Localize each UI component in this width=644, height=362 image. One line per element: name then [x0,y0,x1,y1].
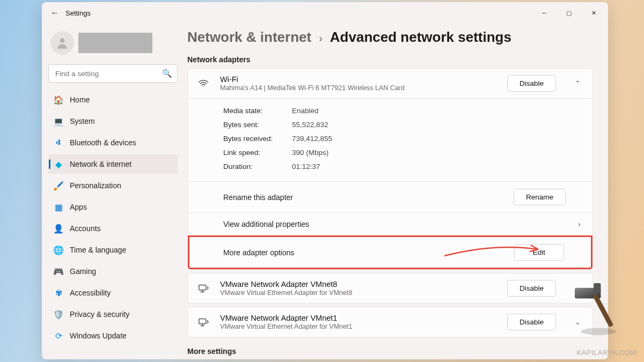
adapter-subtitle: VMware Virtual Ethernet Adapter for VMne… [220,323,497,330]
search-icon: 🔍 [162,69,172,78]
adapter-title: Wi-Fi [220,75,497,84]
adapter-title: VMware Network Adapter VMnet8 [220,280,497,289]
sidebar-item-home[interactable]: 🏠Home [48,90,178,109]
rename-button[interactable]: Rename [514,189,566,205]
adapter-subtitle: Mahima's A14 | MediaTek Wi-Fi 6 MT7921 W… [220,84,497,92]
detail-value: Enabled [292,104,319,118]
detail-value: 390 (Mbps) [292,146,328,160]
apps-icon: ▦ [54,202,63,212]
rename-adapter-row: Rename this adapter Rename [188,181,592,212]
ethernet-icon [196,283,210,294]
chevron-up-icon[interactable]: ⌃ [571,79,584,87]
sidebar: 🔍 🏠Home 💻System Bluetooth & devices ◆Net… [42,24,184,359]
adapter-vmnet8-header[interactable]: VMware Network Adapter VMnet8 VMware Vir… [188,274,592,303]
wifi-icon [196,78,210,90]
shield-icon: 🛡️ [54,309,63,319]
detail-key: Duration: [223,160,292,174]
adapter-vmnet1-header[interactable]: VMware Network Adapter VMnet1 VMware Vir… [188,307,592,337]
close-button[interactable]: ✕ [581,2,606,24]
adapter-wifi-header[interactable]: Wi-Fi Mahima's A14 | MediaTek Wi-Fi 6 MT… [188,69,592,98]
section-network-adapters: Network adapters [184,55,593,64]
sidebar-item-label: Bluetooth & devices [70,138,136,147]
network-icon: ◆ [54,159,63,169]
breadcrumb: Network & internet › Advanced network se… [184,29,593,46]
titlebar: ← Settings ─ ▢ ✕ [42,2,608,24]
sidebar-item-personalization[interactable]: 🖌️Personalization [48,176,178,195]
home-icon: 🏠 [54,95,63,105]
accounts-icon: 👤 [54,224,63,233]
svg-point-0 [60,38,65,43]
back-button[interactable]: ← [44,2,65,24]
watermark: KAPILARYA.COM [577,349,637,357]
sidebar-item-label: Home [70,95,90,104]
maximize-button[interactable]: ▢ [557,2,581,24]
sidebar-item-accounts[interactable]: 👤Accounts [48,219,178,238]
minimize-button[interactable]: ─ [532,2,557,24]
section-more-settings: More settings [184,347,593,356]
breadcrumb-parent[interactable]: Network & internet [187,29,311,46]
system-icon: 💻 [54,116,63,126]
view-properties-label: View additional properties [223,220,578,228]
chevron-right-icon: › [578,220,581,228]
sidebar-item-label: Windows Update [70,331,127,340]
more-adapter-options-row: More adapter options Edit [188,235,592,269]
sidebar-item-label: Personalization [70,181,121,190]
settings-window: ← Settings ─ ▢ ✕ 🔍 🏠Home 💻System Bluetoo… [42,2,608,359]
sidebar-item-gaming[interactable]: 🎮Gaming [48,262,178,281]
sidebar-item-time-language[interactable]: 🌐Time & language [48,240,178,260]
adapter-wifi-card: Wi-Fi Mahima's A14 | MediaTek Wi-Fi 6 MT… [187,68,593,270]
brush-icon: 🖌️ [54,181,63,190]
detail-key: Bytes received: [223,132,292,146]
sidebar-item-accessibility[interactable]: ✾Accessibility [48,283,178,302]
sidebar-item-label: System [70,117,95,125]
detail-key: Media state: [223,104,292,118]
more-options-label: More adapter options [223,248,514,257]
detail-value: 55,522,832 [292,118,328,132]
chevron-down-icon[interactable]: ⌄ [571,284,584,292]
edit-button[interactable]: Edit [514,244,564,261]
app-title: Settings [65,9,91,17]
chevron-right-icon: › [319,32,323,45]
search-input[interactable] [48,64,178,83]
sidebar-item-bluetooth[interactable]: Bluetooth & devices [48,133,178,152]
adapter-subtitle: VMware Virtual Ethernet Adapter for VMne… [220,289,497,297]
view-properties-row[interactable]: View additional properties › [188,212,592,235]
disable-vmnet1-button[interactable]: Disable [507,314,556,330]
sidebar-item-label: Accounts [70,224,101,233]
sidebar-item-label: Privacy & security [70,310,129,319]
account-header[interactable] [48,28,178,60]
disable-wifi-button[interactable]: Disable [507,75,556,92]
adapter-vmnet1-card: VMware Network Adapter VMnet1 VMware Vir… [187,307,593,337]
adapter-details: Media state:Enabled Bytes sent:55,522,83… [188,98,592,181]
sidebar-item-label: Network & internet [70,160,131,168]
svg-rect-1 [199,285,206,290]
adapter-title: VMware Network Adapter VMnet1 [220,314,497,322]
sidebar-item-apps[interactable]: ▦Apps [48,197,178,217]
gaming-icon: 🎮 [54,267,63,276]
detail-value: 739,412,855 [292,132,332,146]
ethernet-icon [196,316,210,328]
page-title: Advanced network settings [330,29,511,46]
sidebar-item-label: Apps [70,203,87,211]
avatar-icon [50,31,74,55]
bluetooth-icon [54,138,63,147]
detail-value: 01:12:37 [292,160,320,174]
svg-rect-2 [199,319,206,323]
account-name-redacted [78,33,152,53]
sidebar-item-privacy[interactable]: 🛡️Privacy & security [48,305,178,324]
search-box[interactable]: 🔍 [48,64,178,83]
sidebar-item-label: Accessibility [70,289,111,297]
sidebar-item-label: Time & language [70,246,126,254]
detail-key: Link speed: [223,146,292,160]
update-icon: ⟳ [54,331,63,341]
sidebar-item-network[interactable]: ◆Network & internet [48,154,178,174]
sidebar-item-system[interactable]: 💻System [48,112,178,131]
main-content: Network & internet › Advanced network se… [184,24,608,359]
disable-vmnet8-button[interactable]: Disable [507,280,556,297]
sidebar-item-label: Gaming [70,267,96,276]
sidebar-item-windows-update[interactable]: ⟳Windows Update [48,326,178,345]
globe-icon: 🌐 [54,245,63,255]
detail-key: Bytes sent: [223,118,292,132]
rename-label: Rename this adapter [223,193,514,202]
chevron-down-icon[interactable]: ⌄ [571,318,584,326]
